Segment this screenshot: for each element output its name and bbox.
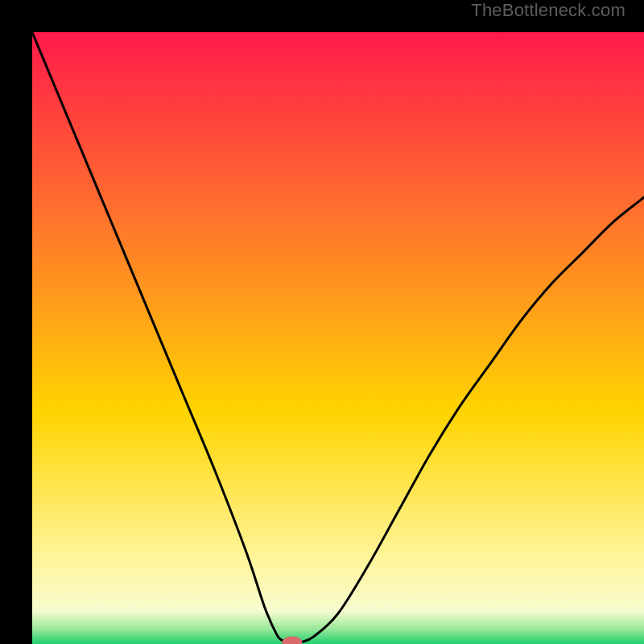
plot-area	[32, 32, 644, 644]
chart-frame	[0, 0, 644, 644]
bottleneck-curve-chart	[32, 32, 644, 644]
chart-background	[32, 32, 644, 644]
watermark-text: TheBottleneck.com	[471, 0, 625, 21]
